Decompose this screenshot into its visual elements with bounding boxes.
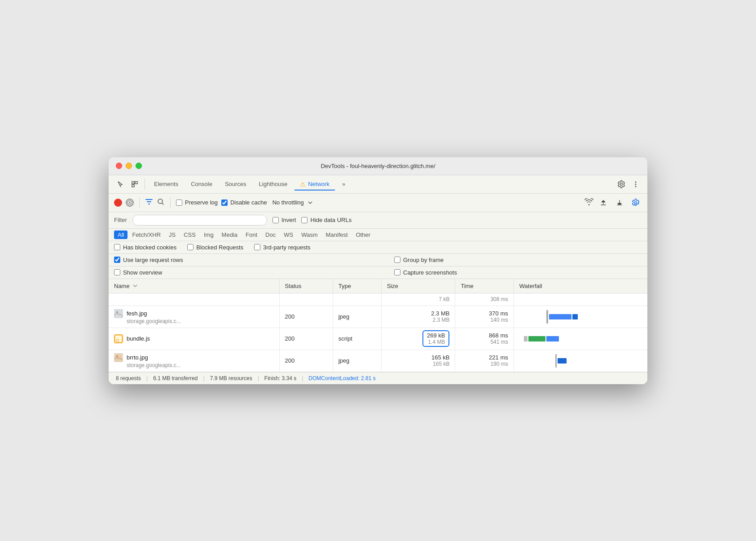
cursor-icon[interactable] bbox=[114, 178, 127, 191]
clear-button[interactable] bbox=[126, 199, 134, 207]
tab-lighthouse[interactable]: Lighthouse bbox=[254, 178, 293, 190]
svg-rect-0 bbox=[132, 182, 134, 184]
checkboxes-row-1: Has blocked cookies Blocked Requests 3rd… bbox=[109, 241, 647, 254]
tab-elements[interactable]: Elements bbox=[149, 178, 184, 190]
type-filter-other[interactable]: Other bbox=[352, 231, 374, 239]
row-type-cell bbox=[333, 293, 381, 306]
table-row[interactable]: fesh.jpg storage.googleapis.c... 200 jpe… bbox=[109, 306, 647, 328]
large-rows-checkbox[interactable] bbox=[114, 257, 120, 263]
window-title: DevTools - foul-heavenly-direction.glitc… bbox=[321, 163, 435, 169]
blocked-requests-label[interactable]: Blocked Requests bbox=[187, 244, 243, 251]
table-row[interactable]: brrto.jpg storage.googleapis.c... 200 jp… bbox=[109, 350, 647, 372]
header-name[interactable]: Name bbox=[109, 279, 279, 293]
type-filter-img[interactable]: Img bbox=[200, 231, 217, 239]
row-waterfall bbox=[514, 350, 647, 372]
row-time: 370 ms 140 ms bbox=[455, 306, 514, 328]
filter-icon[interactable] bbox=[145, 198, 153, 208]
header-time[interactable]: Time bbox=[455, 279, 514, 293]
header-size[interactable]: Size bbox=[381, 279, 455, 293]
has-blocked-cookies-checkbox[interactable] bbox=[114, 244, 120, 250]
group-by-frame-checkbox[interactable] bbox=[394, 257, 400, 263]
has-blocked-cookies-label[interactable]: Has blocked cookies bbox=[114, 244, 176, 251]
type-filter-font[interactable]: Font bbox=[242, 231, 261, 239]
toolbar-divider-3 bbox=[170, 197, 171, 208]
invert-checkbox[interactable] bbox=[273, 217, 279, 223]
type-filter-manifest[interactable]: Manifest bbox=[322, 231, 351, 239]
show-overview-label[interactable]: Show overview bbox=[114, 269, 294, 276]
capture-screenshots-label[interactable]: Capture screenshots bbox=[394, 269, 457, 276]
type-filter-js[interactable]: JS bbox=[165, 231, 179, 239]
svg-rect-2 bbox=[132, 185, 134, 187]
show-overview-checkbox[interactable] bbox=[114, 269, 120, 275]
maximize-button[interactable] bbox=[136, 163, 142, 169]
hide-data-urls-label[interactable]: Hide data URLs bbox=[301, 217, 352, 223]
upload-icon[interactable] bbox=[597, 196, 610, 209]
inspect-icon[interactable] bbox=[128, 178, 141, 191]
minimize-button[interactable] bbox=[126, 163, 132, 169]
filter-label: Filter bbox=[114, 217, 127, 223]
disable-cache-label[interactable]: Disable cache bbox=[221, 199, 267, 206]
group-by-frame-label[interactable]: Group by frame bbox=[394, 257, 444, 263]
type-filter-css[interactable]: CSS bbox=[180, 231, 199, 239]
header-waterfall[interactable]: Waterfall bbox=[514, 279, 647, 293]
throttle-dropdown-icon[interactable] bbox=[308, 200, 313, 205]
type-filter-wasm[interactable]: Wasm bbox=[298, 231, 321, 239]
svg-point-5 bbox=[635, 186, 637, 187]
svg-rect-8 bbox=[114, 310, 123, 318]
settings-icon[interactable] bbox=[615, 178, 628, 191]
capture-screenshots-checkbox[interactable] bbox=[394, 269, 400, 275]
tab-sources[interactable]: Sources bbox=[220, 178, 252, 190]
type-filter-ws[interactable]: WS bbox=[280, 231, 297, 239]
row-time: 868 ms 541 ms bbox=[455, 328, 514, 350]
hide-data-urls-checkbox[interactable] bbox=[301, 217, 308, 223]
sort-icon bbox=[133, 284, 137, 288]
table-row[interactable]: 7 kB 308 ms bbox=[109, 293, 647, 306]
svg-rect-12 bbox=[114, 354, 123, 362]
header-type[interactable]: Type bbox=[333, 279, 381, 293]
title-bar: DevTools - foul-heavenly-direction.glitc… bbox=[109, 157, 647, 175]
type-filter-doc[interactable]: Doc bbox=[262, 231, 279, 239]
more-options-icon[interactable] bbox=[629, 178, 642, 191]
row-name-cell: fesh.jpg storage.googleapis.c... bbox=[109, 306, 279, 328]
filter-row: Filter Invert Hide data URLs bbox=[109, 212, 647, 229]
tab-network[interactable]: ⚠ Network bbox=[294, 178, 335, 191]
tab-console[interactable]: Console bbox=[185, 178, 218, 190]
type-filter-row: All Fetch/XHR JS CSS Img Media Font Doc … bbox=[109, 229, 647, 241]
large-rows-label[interactable]: Use large request rows bbox=[114, 257, 294, 263]
row-size: 2.3 MB 2.3 MB bbox=[381, 306, 455, 328]
svg-rect-1 bbox=[135, 182, 137, 184]
dom-content-loaded: DOMContentLoaded: 2.81 s bbox=[308, 375, 375, 381]
network-settings-icon[interactable] bbox=[629, 196, 642, 209]
file-domain: storage.googleapis.c... bbox=[114, 318, 274, 324]
row-time-cell: 308 ms bbox=[455, 293, 514, 306]
third-party-checkbox[interactable] bbox=[254, 244, 260, 250]
preserve-log-label[interactable]: Preserve log bbox=[176, 199, 218, 206]
close-button[interactable] bbox=[116, 163, 122, 169]
traffic-lights bbox=[116, 163, 142, 169]
record-button[interactable] bbox=[114, 199, 122, 207]
svg-point-13 bbox=[116, 355, 119, 357]
search-icon[interactable] bbox=[157, 198, 165, 208]
blocked-requests-checkbox[interactable] bbox=[187, 244, 193, 250]
download-icon[interactable] bbox=[613, 196, 626, 209]
row-time: 221 ms 190 ms bbox=[455, 350, 514, 372]
type-filter-media[interactable]: Media bbox=[218, 231, 241, 239]
network-table: Name Status Type Size Time Waterfall 7 k… bbox=[109, 279, 647, 372]
devtools-window: DevTools - foul-heavenly-direction.glitc… bbox=[109, 157, 647, 384]
filter-input[interactable] bbox=[132, 215, 267, 226]
row-size: 165 kB 165 kB bbox=[381, 350, 455, 372]
row-status: 200 bbox=[279, 350, 333, 372]
third-party-label[interactable]: 3rd-party requests bbox=[254, 244, 311, 251]
table-row[interactable]: {} bundle.js 200 script 269 kB 1.4 MB bbox=[109, 328, 647, 350]
type-filter-all[interactable]: All bbox=[114, 231, 127, 239]
tab-more[interactable]: » bbox=[337, 178, 351, 190]
disable-cache-checkbox[interactable] bbox=[221, 200, 228, 206]
preserve-log-checkbox[interactable] bbox=[176, 200, 182, 206]
js-file-icon: {} bbox=[114, 334, 123, 343]
file-domain-2: storage.googleapis.c... bbox=[114, 362, 274, 368]
invert-label[interactable]: Invert bbox=[273, 217, 296, 223]
row-size: 269 kB 1.4 MB bbox=[381, 328, 455, 350]
header-status[interactable]: Status bbox=[279, 279, 333, 293]
requests-count: 8 requests bbox=[116, 375, 141, 381]
type-filter-fetch[interactable]: Fetch/XHR bbox=[128, 231, 164, 239]
